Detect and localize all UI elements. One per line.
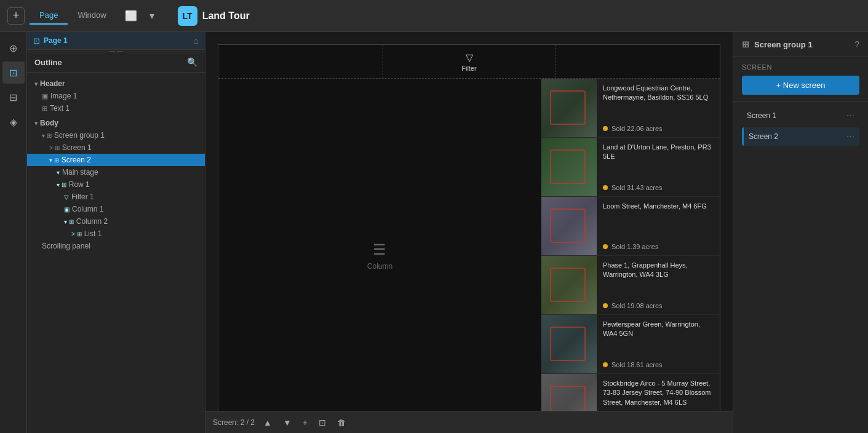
canvas-wrapper[interactable]: ▽ Filter ☰ Column: [205, 32, 733, 411]
right-panel-title: ⊞ Screen group 1: [742, 39, 813, 49]
canvas-bottom-bar: Screen: 2 / 2 ▲ ▼ + ⊡ 🗑: [205, 411, 733, 433]
status-text: Sold 22.06 acres: [611, 125, 663, 132]
chevron-down-icon: ▾: [34, 81, 38, 87]
header-section-toggle[interactable]: ▾ Header: [27, 77, 205, 90]
filter1-item[interactable]: ▽ Filter 1: [27, 191, 205, 203]
prev-screen-btn[interactable]: ▲: [261, 416, 274, 429]
scrolling-panel-label: Scrolling panel: [42, 242, 90, 250]
tab-page[interactable]: Page: [30, 7, 68, 25]
filter-right-col: [555, 45, 720, 78]
copy-screen-btn[interactable]: ⊡: [316, 416, 328, 429]
canvas-right-col: Longwood Equestrian Centre, Nethermayne,…: [541, 79, 720, 411]
property-name: Land at D'Urton Lane, Preston, PR3 5LE: [603, 143, 714, 162]
main-stage-label: Main stage: [62, 168, 98, 177]
property-name: Phase 1, Grappenhall Heys, Warrington, W…: [603, 261, 714, 280]
app-title: Land Tour: [202, 10, 250, 22]
status-text: Sold 31.43 acres: [611, 184, 663, 191]
tab-window[interactable]: Window: [68, 7, 116, 25]
delete-screen-btn[interactable]: 🗑: [335, 416, 348, 429]
image1-item[interactable]: ▣ Image 1: [27, 90, 205, 102]
screen2-more-icon[interactable]: ···: [846, 131, 854, 142]
column-placeholder: ☰ Column: [367, 241, 392, 271]
canvas-area: ▽ Filter ☰ Column: [205, 32, 733, 433]
row1-item[interactable]: ▾ ⊞ Row 1: [27, 178, 205, 191]
screen-group-icon: ⊞: [742, 39, 749, 49]
add-screen-btn[interactable]: +: [300, 416, 310, 429]
status-dot: [603, 126, 608, 131]
iconbar-assets[interactable]: ◈: [2, 111, 25, 133]
new-screen-button[interactable]: + New screen: [742, 76, 859, 95]
scrolling-panel-item[interactable]: Scrolling panel: [27, 240, 205, 252]
text-icon: ⊞: [42, 105, 47, 113]
top-bar-left: + Page Window ⬜ ▾: [7, 7, 158, 25]
page1-label[interactable]: Page 1: [44, 36, 68, 45]
search-icon[interactable]: 🔍: [187, 57, 197, 67]
thumb-map-6: [541, 374, 597, 411]
screen-info: Screen: 2 / 2: [213, 418, 255, 427]
filter1-label: Filter 1: [71, 193, 94, 201]
property-info: Loom Street, Manchester, M4 6FG Sold 1.3…: [597, 197, 720, 255]
screen-section-label: Screen: [742, 63, 859, 71]
screen2-label: Screen 2: [62, 156, 91, 164]
image1-label: Image 1: [50, 92, 77, 100]
property-item: Longwood Equestrian Centre, Nethermayne,…: [541, 79, 720, 138]
filter-funnel-icon: ▽: [466, 52, 473, 63]
iconbar-add[interactable]: ⊕: [2, 37, 25, 59]
thumb-map-2: [541, 138, 597, 196]
screen2-right-label: Screen 2: [749, 132, 778, 141]
property-item: Land at D'Urton Lane, Preston, PR3 5LE S…: [541, 138, 720, 197]
property-info: Pewterspear Green, Warrington, WA4 5GN S…: [597, 315, 720, 373]
outline-content: ▾ Header ▣ Image 1 ⊞ Text 1 ▾ Body: [27, 73, 205, 433]
page-window-tabs: Page Window: [30, 7, 116, 25]
property-thumb: [541, 79, 597, 137]
thumb-map-3: [541, 197, 597, 255]
header-section: ▾ Header ▣ Image 1 ⊞ Text 1: [27, 77, 205, 114]
property-name: Pewterspear Green, Warrington, WA4 5GN: [603, 320, 714, 339]
iconbar-components[interactable]: ⊟: [2, 86, 25, 108]
screen2-right-item[interactable]: Screen 2 ···: [742, 127, 859, 146]
add-page-button[interactable]: +: [7, 7, 25, 25]
filter-left-col: [218, 45, 383, 78]
iconbar-pages[interactable]: ⊡: [2, 62, 25, 84]
screen1-more-icon[interactable]: ···: [846, 110, 854, 121]
screen-group-item[interactable]: ▾ ⊞ Screen group 1: [27, 129, 205, 141]
screen2-item[interactable]: ▾ ⊞ Screen 2: [27, 154, 205, 166]
right-panel: ⊞ Screen group 1 ? Screen + New screen S…: [733, 32, 868, 433]
list1-item[interactable]: > ⊞ List 1: [27, 228, 205, 240]
screen-section: Screen + New screen: [733, 57, 868, 101]
column-label: Column: [367, 262, 392, 271]
status-dot: [603, 185, 608, 190]
status-dot: [603, 303, 608, 308]
status-text: Sold 1.39 acres: [611, 243, 658, 250]
outline-title: Outline: [34, 58, 62, 67]
dropdown-icon[interactable]: ▾: [146, 7, 158, 24]
filter-label: Filter: [461, 65, 476, 72]
screen1-right-item[interactable]: Screen 1 ···: [742, 106, 859, 125]
main-stage-item[interactable]: ▾ Main stage: [27, 166, 205, 178]
new-page-icon[interactable]: ⬜: [121, 7, 141, 24]
body-label: Body: [40, 119, 58, 127]
text1-item[interactable]: ⊞ Text 1: [27, 102, 205, 114]
column1-item[interactable]: ▣ Column 1: [27, 203, 205, 215]
home-icon: ⌂: [194, 36, 199, 46]
column2-item[interactable]: ▾ ⊞ Column 2: [27, 215, 205, 228]
property-status: Sold 1.39 acres: [603, 243, 714, 250]
property-name: Loom Street, Manchester, M4 6FG: [603, 202, 714, 211]
next-screen-btn[interactable]: ▼: [281, 416, 294, 429]
canvas-left-col: ☰ Column: [218, 79, 541, 411]
property-item: Phase 1, Grappenhall Heys, Warrington, W…: [541, 256, 720, 315]
icon-bar: ⊕ ⊡ ⊟ ◈: [0, 32, 27, 433]
thumb-map-5: [541, 315, 597, 373]
thumb-map-1: [541, 79, 597, 137]
canvas-filter-bar: ▽ Filter: [218, 45, 720, 79]
property-thumb: [541, 138, 597, 196]
body-section-toggle[interactable]: ▾ Body: [27, 117, 205, 129]
status-text: Sold 18.61 acres: [611, 361, 663, 368]
property-item: Pewterspear Green, Warrington, WA4 5GN S…: [541, 315, 720, 374]
screen1-item[interactable]: > ⊞ Screen 1: [27, 141, 205, 154]
image-icon: ▣: [42, 92, 48, 100]
property-thumb: [541, 256, 597, 314]
thumb-map-4: [541, 256, 597, 314]
help-icon[interactable]: ?: [854, 39, 859, 49]
property-status: Sold 19.08 acres: [603, 302, 714, 309]
